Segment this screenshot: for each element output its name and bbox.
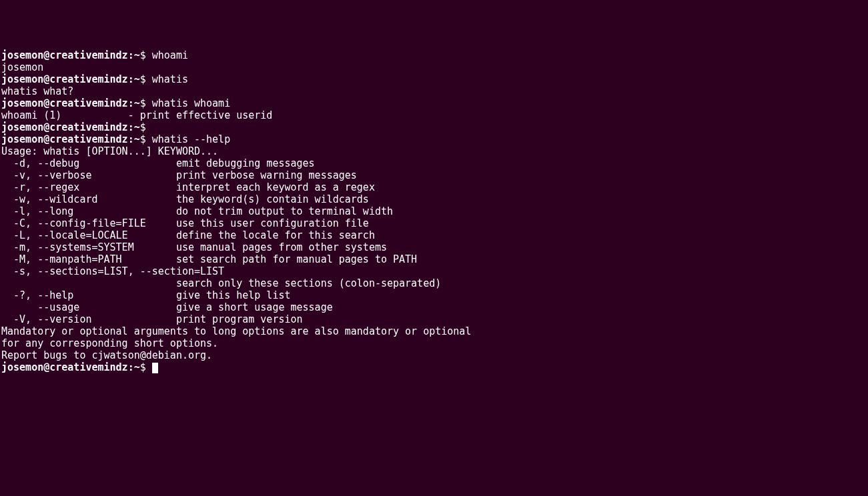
command-text: whoami [152,49,188,61]
output-line: -C, --config-file=FILE use this user con… [1,217,867,229]
prompt-user: josemon [1,133,43,145]
prompt-path: ~ [134,121,140,133]
prompt-line: josemon@creativemindz:~$ whoami [1,49,867,61]
usage-text: Usage: whatis [OPTION...] KEYWORD... [1,145,218,157]
command-text: whatis [152,73,188,85]
output-line: -?, --help give this help list [1,289,867,301]
prompt-path: ~ [134,73,140,85]
output-line: -L, --locale=LOCALE define the locale fo… [1,229,867,241]
output-line: josemon [1,61,867,73]
output-line: -d, --debug emit debugging messages [1,157,867,169]
prompt-at: @ [43,73,49,85]
prompt-user: josemon [1,49,43,61]
help-footer: for any corresponding short options. [1,337,218,349]
prompt-host: creativemindz [49,49,127,61]
help-option: -l, --long do not trim output to termina… [1,205,393,217]
prompt-line: josemon@creativemindz:~$ whatis [1,73,867,85]
help-option: -v, --verbose print verbose warning mess… [1,169,357,181]
output-line: -v, --verbose print verbose warning mess… [1,169,867,181]
output-text: whatis what? [1,85,73,97]
prompt-at: @ [43,133,49,145]
output-line: search only these sections (colon-separa… [1,277,867,289]
help-option: -C, --config-file=FILE use this user con… [1,217,369,229]
prompt-path: ~ [134,97,140,109]
help-option: -V, --version print program version [1,313,303,325]
output-line: Usage: whatis [OPTION...] KEYWORD... [1,145,867,157]
output-line: -m, --systems=SYSTEM use manual pages fr… [1,241,867,253]
prompt-path: ~ [134,133,140,145]
help-option: search only these sections (colon-separa… [1,277,441,289]
prompt-path: ~ [134,361,140,373]
output-line: -r, --regex interpret each keyword as a … [1,181,867,193]
prompt-user: josemon [1,73,43,85]
prompt-colon: : [128,121,134,133]
prompt-symbol: $ [140,73,146,85]
help-option: -w, --wildcard the keyword(s) contain wi… [1,193,369,205]
prompt-line: josemon@creativemindz:~$ [1,121,867,133]
prompt-symbol: $ [140,361,146,373]
prompt-colon: : [128,133,134,145]
help-option: -d, --debug emit debugging messages [1,157,315,169]
prompt-colon: : [128,73,134,85]
help-report: Report bugs to cjwatson@debian.org. [1,349,212,361]
output-line: whoami (1) - print effective userid [1,109,867,121]
prompt-at: @ [43,97,49,109]
prompt-colon: : [128,97,134,109]
output-text: josemon [1,61,43,73]
prompt-symbol: $ [140,121,146,133]
prompt-at: @ [43,49,49,61]
prompt-user: josemon [1,121,43,133]
command-text: whatis --help [152,133,230,145]
terminal-output-area[interactable]: josemon@creativemindz:~$ whoamijosemonjo… [1,49,867,373]
output-line: whatis what? [1,85,867,97]
help-option: --usage give a short usage message [1,301,333,313]
output-line: -M, --manpath=PATH set search path for m… [1,253,867,265]
prompt-symbol: $ [140,133,146,145]
prompt-line-current: josemon@creativemindz:~$ [1,361,867,373]
prompt-host: creativemindz [49,133,127,145]
prompt-host: creativemindz [49,121,127,133]
prompt-colon: : [128,49,134,61]
command-text: whatis whoami [152,97,230,109]
output-line: Mandatory or optional arguments to long … [1,325,867,337]
help-footer: Mandatory or optional arguments to long … [1,325,471,337]
prompt-line: josemon@creativemindz:~$ whatis whoami [1,97,867,109]
help-option: -m, --systems=SYSTEM use manual pages fr… [1,241,387,253]
prompt-line: josemon@creativemindz:~$ whatis --help [1,133,867,145]
help-option: -?, --help give this help list [1,289,290,301]
output-line: for any corresponding short options. [1,337,867,349]
help-option: -s, --sections=LIST, --section=LIST [1,265,224,277]
prompt-user: josemon [1,97,43,109]
cursor-block[interactable] [152,363,158,373]
help-option: -r, --regex interpret each keyword as a … [1,181,375,193]
output-line: -w, --wildcard the keyword(s) contain wi… [1,193,867,205]
help-option: -L, --locale=LOCALE define the locale fo… [1,229,375,241]
prompt-at: @ [43,361,49,373]
prompt-symbol: $ [140,49,146,61]
prompt-host: creativemindz [49,73,127,85]
output-line: Report bugs to cjwatson@debian.org. [1,349,867,361]
prompt-at: @ [43,121,49,133]
output-text: whoami (1) - print effective userid [1,109,272,121]
prompt-user: josemon [1,361,43,373]
prompt-host: creativemindz [49,97,127,109]
prompt-colon: : [128,361,134,373]
output-line: -l, --long do not trim output to termina… [1,205,867,217]
help-option: -M, --manpath=PATH set search path for m… [1,253,417,265]
prompt-path: ~ [134,49,140,61]
prompt-symbol: $ [140,97,146,109]
output-line: -s, --sections=LIST, --section=LIST [1,265,867,277]
output-line: -V, --version print program version [1,313,867,325]
output-line: --usage give a short usage message [1,301,867,313]
prompt-host: creativemindz [49,361,127,373]
